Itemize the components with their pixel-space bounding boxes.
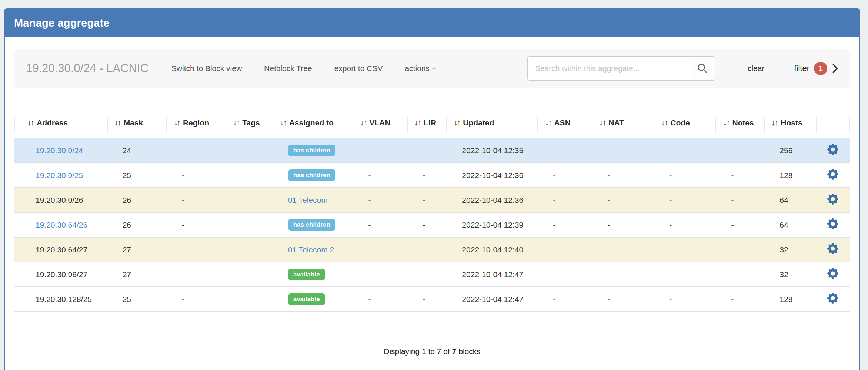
col-header-updated[interactable]: ↓↑Updated (446, 115, 537, 138)
cell-address: 19.20.30.64/27 (14, 237, 107, 262)
cell-actions (816, 212, 850, 237)
sort-icon: ↓↑ (454, 118, 460, 127)
filter-label: filter (794, 64, 809, 73)
assigned-customer-link[interactable]: 01 Telecom (288, 196, 328, 204)
gear-icon[interactable] (827, 293, 838, 304)
assigned-status-badge: has children (288, 219, 335, 231)
col-header-assigned[interactable]: ↓↑Assigned to (273, 115, 353, 138)
aggregate-title: 19.20.30.0/24 - LACNIC (26, 62, 148, 75)
address-link[interactable]: 19.20.30.0/24 (36, 146, 83, 155)
address-text: 19.20.30.64/27 (36, 245, 87, 254)
sort-icon: ↓↑ (360, 118, 366, 127)
table-head: ↓↑Address↓↑Mask↓↑Region↓↑Tags↓↑Assigned … (14, 115, 850, 138)
address-link[interactable]: 19.20.30.64/26 (36, 221, 87, 229)
col-header-address[interactable]: ↓↑Address (14, 115, 107, 138)
cell-asn: - (537, 163, 592, 188)
assigned-customer-link[interactable]: 01 Telecom 2 (288, 245, 334, 254)
cell-address: 19.20.30.128/25 (14, 287, 107, 312)
gear-icon[interactable] (827, 268, 838, 279)
cell-tags (226, 237, 272, 262)
export-csv-link[interactable]: export to CSV (334, 64, 383, 73)
search-input[interactable] (527, 56, 690, 81)
col-header-nat[interactable]: ↓↑NAT (592, 115, 654, 138)
netblock-table-wrap: ↓↑Address↓↑Mask↓↑Region↓↑Tags↓↑Assigned … (14, 115, 850, 312)
col-header-hosts[interactable]: ↓↑Hosts (764, 115, 816, 138)
cell-address: 19.20.30.96/27 (14, 262, 107, 287)
address-text: 19.20.30.0/26 (36, 196, 83, 204)
cell-tags (226, 138, 272, 163)
search-group (527, 56, 715, 81)
cell-lir: - (407, 163, 446, 188)
cell-notes: - (715, 287, 764, 312)
sort-icon: ↓↑ (771, 118, 778, 127)
cell-nat: - (592, 287, 654, 312)
search-button[interactable] (690, 56, 715, 81)
cell-tags (226, 212, 272, 237)
cell-nat: - (592, 237, 654, 262)
table-row: 19.20.30.64/2727-01 Telecom 2--2022-10-0… (14, 237, 850, 262)
cell-updated: 2022-10-04 12:47 (446, 262, 537, 287)
cell-actions (816, 163, 850, 188)
page-title: Manage aggregate (14, 17, 110, 29)
manage-aggregate-panel: Manage aggregate 19.20.30.0/24 - LACNIC … (4, 8, 860, 370)
table-row: 19.20.30.96/2727-available--2022-10-04 1… (14, 262, 850, 287)
filter-toggle[interactable]: filter 1 (794, 62, 838, 75)
netblock-table: ↓↑Address↓↑Mask↓↑Region↓↑Tags↓↑Assigned … (14, 115, 850, 312)
col-header-vlan[interactable]: ↓↑VLAN (353, 115, 407, 138)
cell-code: - (654, 188, 715, 212)
sort-icon: ↓↑ (661, 118, 667, 127)
netblock-tree-link[interactable]: Netblock Tree (264, 64, 312, 73)
actions-menu[interactable]: actions + (405, 64, 436, 73)
cell-hosts: 128 (764, 163, 816, 188)
cell-mask: 27 (107, 262, 166, 287)
gear-icon[interactable] (827, 194, 838, 205)
cell-vlan: - (353, 237, 407, 262)
cell-asn: - (537, 237, 592, 262)
col-header-code[interactable]: ↓↑Code (654, 115, 715, 138)
cell-assigned: 01 Telecom (273, 188, 353, 212)
cell-actions (816, 287, 850, 312)
cell-nat: - (592, 262, 654, 287)
cell-nat: - (592, 138, 654, 163)
col-header-lir[interactable]: ↓↑LIR (407, 115, 446, 138)
cell-actions (816, 262, 850, 287)
gear-icon[interactable] (827, 169, 838, 180)
cell-assigned: has children (273, 163, 353, 188)
gear-icon[interactable] (827, 144, 838, 155)
col-header-asn[interactable]: ↓↑ASN (537, 115, 592, 138)
cell-mask: 25 (107, 163, 166, 188)
sort-icon: ↓↑ (27, 118, 34, 127)
panel-titlebar: Manage aggregate (5, 9, 859, 37)
gear-icon[interactable] (827, 243, 838, 254)
cell-lir: - (407, 287, 446, 312)
clear-button[interactable]: clear (748, 64, 765, 73)
address-link[interactable]: 19.20.30.0/25 (36, 171, 83, 179)
table-header-row: ↓↑Address↓↑Mask↓↑Region↓↑Tags↓↑Assigned … (14, 115, 850, 138)
col-header-region[interactable]: ↓↑Region (166, 115, 226, 138)
sort-icon: ↓↑ (114, 118, 121, 127)
cell-lir: - (407, 212, 446, 237)
cell-updated: 2022-10-04 12:39 (446, 212, 537, 237)
table-row: 19.20.30.0/2626-01 Telecom--2022-10-04 1… (14, 188, 850, 212)
cell-tags (226, 188, 272, 212)
cell-region: - (166, 287, 226, 312)
col-header-mask[interactable]: ↓↑Mask (107, 115, 166, 138)
cell-vlan: - (353, 163, 407, 188)
table-row: 19.20.30.0/2424-has children--2022-10-04… (14, 138, 850, 163)
table-row: 19.20.30.64/2626-has children--2022-10-0… (14, 212, 850, 237)
cell-asn: - (537, 287, 592, 312)
cell-lir: - (407, 188, 446, 212)
gear-icon[interactable] (827, 218, 838, 229)
switch-block-view-link[interactable]: Switch to Block view (171, 64, 242, 73)
sort-icon: ↓↑ (723, 118, 729, 127)
cell-assigned: 01 Telecom 2 (273, 237, 353, 262)
cell-asn: - (537, 212, 592, 237)
col-header-tags[interactable]: ↓↑Tags (226, 115, 272, 138)
cell-notes: - (715, 237, 764, 262)
col-header-notes[interactable]: ↓↑Notes (715, 115, 764, 138)
cell-vlan: - (353, 138, 407, 163)
cell-vlan: - (353, 212, 407, 237)
sort-icon: ↓↑ (414, 118, 421, 127)
cell-mask: 27 (107, 237, 166, 262)
search-icon (697, 63, 708, 74)
